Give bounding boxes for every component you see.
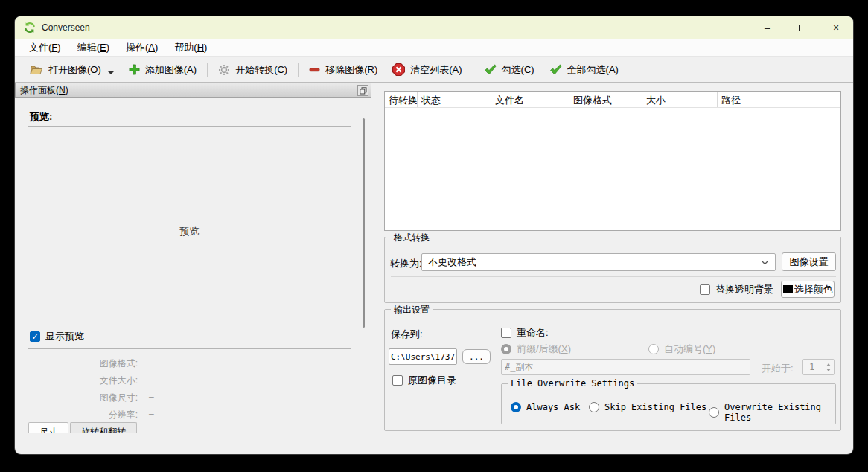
check-icon — [484, 64, 497, 75]
open-images-button[interactable]: 打开图像(O) — [22, 60, 121, 80]
gear-icon — [218, 64, 230, 76]
col-size[interactable]: 大小 — [642, 92, 718, 107]
float-panel-button[interactable] — [357, 85, 368, 96]
menu-edit[interactable]: 编辑(E) — [69, 39, 118, 57]
browse-button[interactable]: ... — [462, 349, 491, 364]
checkbox-icon[interactable] — [392, 375, 403, 386]
menu-bar: 文件(F) 编辑(E) 操作(A) 帮助(H) — [15, 39, 853, 57]
divider — [28, 126, 351, 127]
chevron-down-icon — [761, 260, 769, 265]
tab-dimensions[interactable]: 尺寸 — [28, 422, 68, 433]
panel-scrollbar[interactable] — [363, 118, 365, 328]
file-list-table[interactable]: 待转换 状态 文件名 图像格式 大小 路径 — [384, 91, 841, 231]
clear-list-button[interactable]: 清空列表(A) — [385, 60, 469, 80]
panel-tabs: 尺寸 旋转和翻转 — [28, 422, 137, 433]
radio-icon[interactable] — [648, 344, 659, 354]
skip-existing-radio[interactable]: Skip Existing Files — [589, 402, 706, 412]
add-images-button[interactable]: 添加图像(A) — [121, 60, 204, 80]
window-title: Converseen — [42, 22, 90, 33]
image-dimensions-row: 图像尺寸:– — [30, 392, 179, 404]
actions-panel-titlebar[interactable]: 操作面板(N) — [15, 83, 371, 98]
radio-icon[interactable] — [589, 402, 599, 412]
start-conversion-button[interactable]: 开始转换(C) — [211, 60, 295, 80]
check-all-icon — [549, 64, 562, 75]
col-to-convert[interactable]: 待转换 — [385, 92, 418, 107]
auto-number-radio[interactable]: 自动编号(Y) — [648, 342, 715, 356]
radio-selected-icon[interactable] — [511, 402, 521, 412]
radio-icon[interactable] — [709, 407, 719, 418]
save-path-input[interactable] — [389, 348, 457, 365]
toolbar-separator — [298, 63, 299, 77]
check-button[interactable]: 勾选(C) — [476, 60, 542, 80]
rename-checkbox[interactable]: 重命名: — [501, 326, 549, 339]
spinner-arrows-icon[interactable] — [826, 363, 834, 371]
remove-images-button[interactable]: 移除图像(R) — [301, 60, 385, 80]
rename-pattern-input[interactable] — [501, 359, 750, 375]
output-group-title: 输出设置 — [391, 304, 433, 316]
choose-color-button[interactable]: 选择颜色 — [781, 281, 835, 298]
menu-help[interactable]: 帮助(H) — [166, 39, 215, 57]
open-folder-icon — [30, 64, 43, 75]
col-status[interactable]: 状态 — [418, 92, 491, 107]
file-overwrite-group: File Overwrite Settings Always Ask Skip … — [501, 383, 836, 424]
always-ask-radio[interactable]: Always Ask — [511, 402, 580, 412]
divider — [28, 348, 351, 349]
add-plus-icon — [129, 64, 140, 75]
minimize-button[interactable]: – — [750, 16, 785, 39]
start-at-label: 开始于: — [762, 362, 794, 375]
remove-minus-icon — [309, 64, 320, 75]
prefix-suffix-radio[interactable]: 前缀/后缀(X) — [501, 342, 571, 356]
app-logo-icon — [24, 22, 36, 34]
replace-transparent-bg-checkbox[interactable]: 替换透明背景 — [700, 283, 773, 296]
tab-rotate-flip[interactable]: 旋转和翻转 — [70, 422, 137, 433]
toolbar-separator — [207, 63, 208, 77]
checkbox-icon[interactable] — [700, 284, 710, 295]
same-directory-checkbox[interactable]: 原图像目录 — [392, 374, 456, 387]
format-group-title: 格式转换 — [391, 232, 433, 244]
radio-selected-icon[interactable] — [501, 344, 511, 354]
menu-file[interactable]: 文件(F) — [21, 39, 69, 57]
open-dropdown-arrow-icon[interactable] — [108, 71, 114, 74]
toolbar-separator — [473, 63, 473, 77]
format-conversion-group: 格式转换 转换为: 不更改格式 图像设置 替换透明背景 选择颜色 — [384, 237, 841, 303]
menu-actions[interactable]: 操作(A) — [118, 39, 166, 57]
show-preview-checkbox[interactable]: ✓ 显示预览 — [30, 330, 84, 343]
col-filename[interactable]: 文件名 — [491, 92, 569, 107]
output-settings-group: 输出设置 保存到: ... 原图像目录 重命名: 前缀/后缀(X) 自动编号(Y… — [384, 309, 841, 431]
save-to-label: 保存到: — [391, 328, 423, 341]
title-bar: Converseen – × — [15, 16, 853, 39]
color-swatch — [783, 285, 793, 293]
col-path[interactable]: 路径 — [718, 92, 840, 107]
overwrite-existing-radio[interactable]: Overwrite Existing Files — [709, 402, 835, 423]
toolbar: 打开图像(O) 添加图像(A) 开始转换(C) 移除图像 — [15, 57, 853, 83]
converseen-window: Converseen – × 文件(F) 编辑(E) 操作(A) 帮助(H) 打… — [15, 16, 853, 454]
checkbox-checked-icon[interactable]: ✓ — [30, 331, 40, 342]
overwrite-group-title: File Overwrite Settings — [508, 378, 637, 389]
table-header: 待转换 状态 文件名 图像格式 大小 路径 — [385, 92, 840, 108]
image-settings-button[interactable]: 图像设置 — [782, 252, 836, 271]
clear-x-icon — [392, 63, 405, 76]
file-size-row: 文件大小:– — [30, 374, 179, 387]
preview-section-label: 预览: — [30, 110, 52, 124]
convert-to-label: 转换为: — [390, 257, 422, 270]
preview-placeholder: 预览 — [28, 225, 351, 238]
maximize-button[interactable] — [785, 16, 819, 39]
image-format-row: 图像格式:– — [30, 357, 179, 370]
format-select[interactable]: 不更改格式 — [421, 253, 776, 271]
resolution-row: 分辨率:– — [30, 409, 179, 421]
check-all-button[interactable]: 全部勾选(A) — [542, 60, 626, 80]
start-number-spinner[interactable]: 1 — [802, 359, 835, 375]
float-icon — [360, 87, 367, 95]
col-image-format[interactable]: 图像格式 — [569, 92, 642, 107]
close-button[interactable]: × — [819, 16, 853, 39]
checkbox-icon[interactable] — [501, 328, 511, 338]
divider — [391, 276, 836, 277]
actions-panel-title: 操作面板(N) — [20, 84, 68, 97]
